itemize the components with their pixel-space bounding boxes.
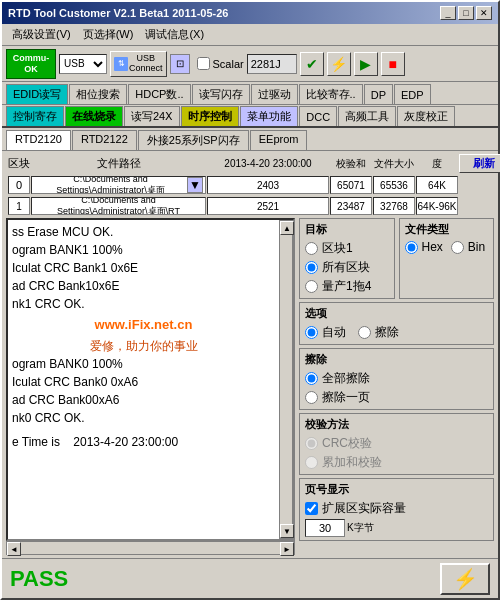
stop-button[interactable]: ■ bbox=[381, 52, 405, 76]
selection-auto[interactable]: 自动 bbox=[305, 324, 346, 341]
tab-compare-reg[interactable]: 比较寄存.. bbox=[299, 84, 363, 104]
selection-label-auto: 自动 bbox=[322, 324, 346, 341]
verify-label-crc: CRC校验 bbox=[322, 435, 372, 452]
tab-menu-func[interactable]: 菜单功能 bbox=[240, 106, 298, 126]
tabs-row-1: EDID读写 相位搜索 HDCP数.. 读写闪存 过驱动 比较寄存.. DP E… bbox=[2, 82, 498, 105]
cell-path-0: C:\Documents and Settings\Administrator\… bbox=[31, 176, 206, 194]
menu-advanced-settings[interactable]: 高级设置(V) bbox=[6, 26, 77, 43]
erase-title: 擦除 bbox=[305, 352, 488, 367]
tab-gray-calib[interactable]: 灰度校正 bbox=[397, 106, 455, 126]
tab-edid[interactable]: EDID读写 bbox=[6, 84, 68, 104]
filetype-label-bin: Bin bbox=[468, 240, 485, 254]
watermark-slogan: 爱修，助力你的事业 bbox=[12, 337, 275, 355]
verify-crc[interactable]: CRC校验 bbox=[305, 435, 488, 452]
hscroll-track bbox=[21, 542, 280, 554]
target-label-mass-prod: 量产1拖4 bbox=[322, 278, 371, 295]
tab-eeprom[interactable]: EEprom bbox=[250, 130, 308, 150]
file-type-bin[interactable]: Bin bbox=[451, 240, 485, 254]
tab-edp[interactable]: EDP bbox=[394, 84, 431, 104]
watermark-url: www.iFix.net.cn bbox=[12, 315, 275, 335]
scroll-right-arrow[interactable]: ► bbox=[280, 542, 294, 556]
tab-hdcp[interactable]: HDCP数.. bbox=[128, 84, 190, 104]
erase-one-page[interactable]: 擦除一页 bbox=[305, 389, 488, 406]
tab-timing-ctrl[interactable]: 时序控制 bbox=[181, 106, 239, 126]
log-line-6: ogram BANK0 100% bbox=[12, 355, 275, 373]
flash-button[interactable]: ⚡ bbox=[440, 563, 490, 595]
tab-ext-25sp[interactable]: 外接25系列SP闪存 bbox=[138, 130, 249, 150]
target-option-all-blocks[interactable]: 所有区块 bbox=[305, 259, 389, 276]
filetype-radio-bin[interactable] bbox=[451, 241, 464, 254]
tab-dcc[interactable]: DCC bbox=[299, 106, 337, 126]
scroll-left-arrow[interactable]: ◄ bbox=[7, 542, 21, 556]
main-window: RTD Tool Customer V2.1 Beta1 2011-05-26 … bbox=[0, 0, 500, 600]
file-type-hex[interactable]: Hex bbox=[405, 240, 443, 254]
tab-rw-24x[interactable]: 读写24Ⅹ bbox=[124, 106, 180, 126]
target-option-mass-prod[interactable]: 量产1拖4 bbox=[305, 278, 389, 295]
log-line-8: ad CRC Bank00xA6 bbox=[12, 391, 275, 409]
selection-title: 选项 bbox=[305, 306, 488, 321]
target-radio-mass-prod[interactable] bbox=[305, 280, 318, 293]
tab-phase-search[interactable]: 相位搜索 bbox=[69, 84, 127, 104]
target-radio-block1[interactable] bbox=[305, 242, 318, 255]
scroll-up-arrow[interactable]: ▲ bbox=[280, 221, 294, 235]
page-unit-label: K字节 bbox=[347, 521, 374, 535]
target-option-block1[interactable]: 区块1 bbox=[305, 240, 389, 257]
selection-radio-erase[interactable] bbox=[358, 326, 371, 339]
erase-all[interactable]: 全部擦除 bbox=[305, 370, 488, 387]
target-panel: 目标 区块1 所有区块 量 bbox=[299, 218, 395, 299]
verify-checksum[interactable]: 累加和校验 bbox=[305, 454, 488, 471]
minimize-button[interactable]: _ bbox=[440, 6, 456, 20]
selection-erase[interactable]: 擦除 bbox=[358, 324, 399, 341]
col-path: 文件路径 bbox=[31, 156, 206, 171]
expand-region-checkbox[interactable] bbox=[305, 502, 318, 515]
log-line-5: nk1 CRC OK. bbox=[12, 295, 275, 313]
cell-size3-0: 64K bbox=[416, 176, 458, 194]
page-value-input[interactable] bbox=[305, 519, 345, 537]
close-button[interactable]: ✕ bbox=[476, 6, 492, 20]
tab-online-burn[interactable]: 在线烧录 bbox=[65, 106, 123, 126]
maximize-button[interactable]: □ bbox=[458, 6, 474, 20]
tab-high-freq[interactable]: 高频工具 bbox=[338, 106, 396, 126]
scroll-down-arrow[interactable]: ▼ bbox=[280, 524, 294, 538]
tab-rtd2122[interactable]: RTD2122 bbox=[72, 130, 137, 150]
erase-radio-all[interactable] bbox=[305, 372, 318, 385]
scalar-input[interactable]: 2281J bbox=[247, 54, 297, 74]
selection-radio-auto[interactable] bbox=[305, 326, 318, 339]
page-spinbox: K字节 bbox=[305, 519, 488, 537]
erase-radio-one-page[interactable] bbox=[305, 391, 318, 404]
table-header: 区块 文件路径 2013-4-20 23:00:00 校验和 文件大小 度 刷新 bbox=[6, 154, 494, 173]
target-radio-all-blocks[interactable] bbox=[305, 261, 318, 274]
cell-block-0: 0 bbox=[8, 176, 30, 194]
col-size: 度 bbox=[416, 157, 458, 171]
bottom-bar: PASS ⚡ bbox=[2, 558, 498, 598]
refresh-button[interactable]: 刷新 bbox=[459, 154, 500, 173]
col-filesize: 文件大小 bbox=[373, 157, 415, 171]
log-scrollbar[interactable]: ▲ ▼ bbox=[279, 220, 293, 539]
tab-rtd2120[interactable]: RTD2120 bbox=[6, 130, 71, 150]
log-hscrollbar[interactable]: ◄ ► bbox=[6, 541, 295, 555]
lightning-button[interactable]: ⚡ bbox=[327, 52, 351, 76]
toolbar: Commu-OK USB ⇅ USBConnect ⊡ Scalar 2281J… bbox=[2, 46, 498, 82]
file-type-options: Hex Bin bbox=[405, 240, 489, 254]
tabs-row-2: 控制寄存 在线烧录 读写24Ⅹ 时序控制 菜单功能 DCC 高频工具 灰度校正 bbox=[2, 105, 498, 128]
scalar-checkbox[interactable] bbox=[197, 57, 210, 70]
tab-overdrive[interactable]: 过驱动 bbox=[251, 84, 298, 104]
log-line-4: ad CRC Bank10x6E bbox=[12, 277, 275, 295]
commu-ok-button[interactable]: Commu-OK bbox=[6, 49, 56, 79]
cell-checksum-1: 2521 bbox=[207, 197, 329, 215]
tab-flash-rw[interactable]: 读写闪存 bbox=[192, 84, 250, 104]
target-options: 区块1 所有区块 量产1拖4 bbox=[305, 240, 389, 295]
filetype-radio-hex[interactable] bbox=[405, 241, 418, 254]
scroll-track[interactable] bbox=[280, 235, 292, 524]
usb-select[interactable]: USB bbox=[59, 54, 107, 74]
menu-debug-info[interactable]: 调试信息(X) bbox=[139, 26, 210, 43]
usb-connect-button[interactable]: ⇅ USBConnect bbox=[110, 51, 167, 77]
check-button[interactable]: ✔ bbox=[300, 52, 324, 76]
file-type-title: 文件类型 bbox=[405, 222, 489, 237]
menu-page-select[interactable]: 页选择(W) bbox=[77, 26, 140, 43]
tab-dp[interactable]: DP bbox=[364, 84, 393, 104]
play-button[interactable]: ▶ bbox=[354, 52, 378, 76]
target-label-all-blocks: 所有区块 bbox=[322, 259, 370, 276]
bottom-area: ss Erase MCU OK. ogram BANK1 100% Iculat… bbox=[6, 218, 494, 555]
tab-control-reg[interactable]: 控制寄存 bbox=[6, 106, 64, 126]
